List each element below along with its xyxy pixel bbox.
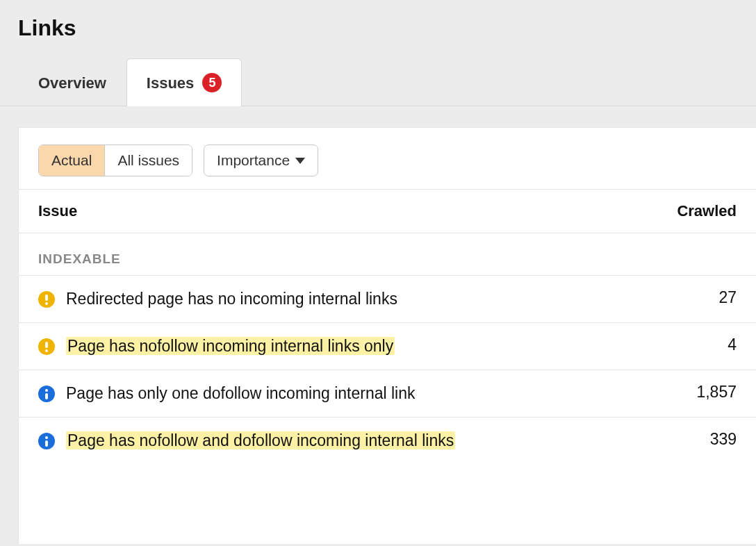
crawled-count: 339	[646, 430, 737, 449]
issue-row[interactable]: Page has nofollow incoming internal link…	[19, 323, 756, 370]
filter-segmented: Actual All issues	[38, 144, 192, 176]
tab-label: Issues	[147, 74, 195, 92]
tab-bar: Overview Issues 5	[0, 47, 756, 106]
column-header-issue[interactable]: Issue	[38, 202, 591, 220]
tab-label: Overview	[38, 74, 106, 92]
info-icon	[38, 386, 55, 402]
warning-icon	[38, 338, 55, 355]
issue-text: Page has nofollow incoming internal link…	[66, 336, 635, 357]
sort-dropdown[interactable]: Importance	[204, 144, 318, 176]
filter-all-issues-button[interactable]: All issues	[104, 145, 192, 176]
crawled-count: 27	[646, 288, 737, 307]
chevron-down-icon	[295, 158, 305, 164]
page-title: Links	[0, 0, 756, 47]
crawled-count: 4	[646, 336, 737, 354]
issue-text: Page has nofollow and dofollow incoming …	[66, 430, 635, 452]
column-header-crawled[interactable]: Crawled	[591, 202, 737, 220]
issue-row[interactable]: Page has only one dofollow incoming inte…	[19, 370, 756, 417]
info-icon	[38, 433, 55, 449]
warning-icon	[38, 291, 55, 308]
filters-bar: Actual All issues Importance	[19, 128, 756, 189]
tab-issues[interactable]: Issues 5	[126, 58, 243, 106]
issues-panel: Actual All issues Importance Issue Crawl…	[18, 127, 756, 544]
issue-row[interactable]: Redirected page has no incoming internal…	[19, 276, 756, 323]
crawled-count: 1,857	[646, 383, 737, 402]
tab-overview[interactable]: Overview	[18, 60, 126, 106]
table-header: Issue Crawled	[19, 189, 756, 233]
issue-row[interactable]: Page has nofollow and dofollow incoming …	[19, 417, 756, 464]
issues-count-badge: 5	[202, 73, 222, 92]
group-label-indexable: INDEXABLE	[19, 233, 756, 276]
issue-text: Page has only one dofollow incoming inte…	[66, 383, 635, 404]
sort-label: Importance	[217, 152, 290, 169]
issue-text: Redirected page has no incoming internal…	[66, 288, 635, 310]
filter-actual-button[interactable]: Actual	[39, 145, 104, 176]
